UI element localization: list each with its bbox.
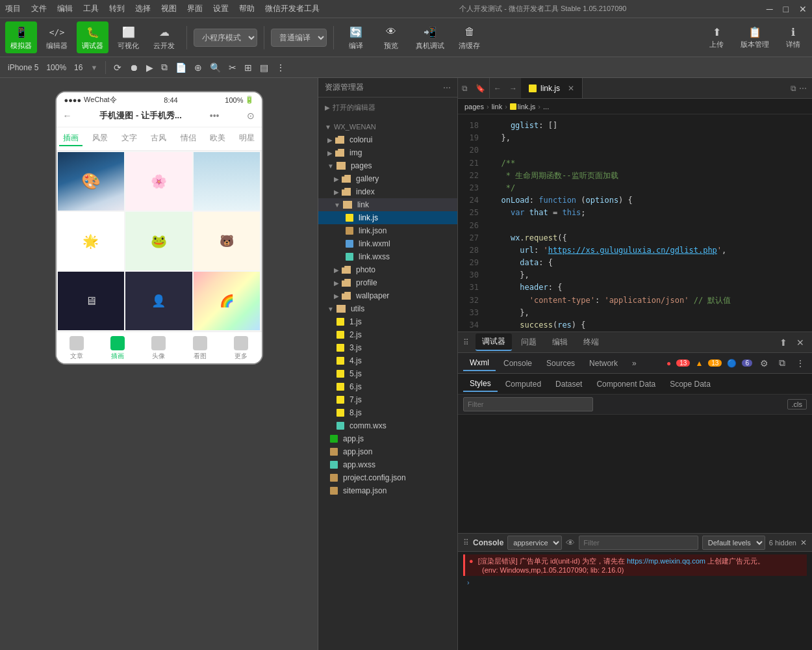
- menu-settings[interactable]: 设置: [213, 3, 229, 14]
- phone-back-icon[interactable]: ←: [63, 110, 72, 121]
- capture-btn[interactable]: ⏺: [129, 62, 138, 73]
- menu-interface[interactable]: 界面: [187, 3, 203, 14]
- filetree-photo[interactable]: ▶ photo: [318, 263, 457, 276]
- grid-item-5[interactable]: [125, 212, 192, 270]
- scissors-btn[interactable]: ✂: [229, 62, 236, 73]
- phone-more-dots[interactable]: •••: [210, 110, 220, 121]
- filetree-7js[interactable]: 7.js: [318, 393, 457, 406]
- console-prompt[interactable]: ›: [463, 577, 807, 588]
- phone-tab-scenery[interactable]: 风景: [88, 131, 112, 146]
- mode-select[interactable]: 小程序模式: [194, 29, 257, 47]
- debugger-btn[interactable]: 🐛 调试器: [77, 21, 108, 53]
- console-drag-icon[interactable]: ⠿: [463, 538, 469, 547]
- filetree-more-icon[interactable]: ⋯: [443, 83, 451, 92]
- filetree-appjson[interactable]: app.json: [318, 445, 457, 458]
- console-appservice-select[interactable]: appservice: [507, 536, 562, 550]
- filetree-link-wxss[interactable]: link.wxss: [318, 250, 457, 263]
- grid-item-9[interactable]: [194, 272, 260, 330]
- screenshot-btn[interactable]: 📄: [175, 62, 186, 73]
- menu-tool[interactable]: 工具: [83, 3, 99, 14]
- filetree-2js[interactable]: 2.js: [318, 328, 457, 341]
- grid-item-7[interactable]: [58, 272, 125, 330]
- arrange-btn[interactable]: ▤: [260, 62, 268, 73]
- menu-select[interactable]: 选择: [135, 3, 151, 14]
- phone-nav-picture[interactable]: 看图: [193, 336, 207, 361]
- phone-tab-western[interactable]: 欧美: [206, 131, 229, 146]
- filetree-project-config[interactable]: project.config.json: [318, 471, 457, 484]
- style-tab-styles[interactable]: Styles: [463, 376, 498, 392]
- editor-btn[interactable]: </> 编辑器: [41, 21, 73, 53]
- filetree-gallery[interactable]: ▶ gallery: [318, 172, 457, 185]
- menu-help[interactable]: 帮助: [239, 3, 255, 14]
- console-filter-input[interactable]: [579, 536, 698, 550]
- close-btn[interactable]: ✕: [799, 4, 807, 14]
- tab-forward-btn[interactable]: →: [505, 78, 521, 98]
- tab-back-btn[interactable]: ←: [490, 78, 505, 98]
- filetree-img[interactable]: ▶ img: [318, 146, 457, 159]
- phone-tab-illustration[interactable]: 插画: [59, 131, 82, 146]
- menu-edit[interactable]: 编辑: [57, 3, 73, 14]
- filetree-appwxss[interactable]: app.wxss: [318, 458, 457, 471]
- breadcrumb-more[interactable]: ...: [543, 103, 549, 110]
- bar-more-btn[interactable]: ⋮: [276, 62, 285, 73]
- filetree-3js[interactable]: 3.js: [318, 341, 457, 354]
- phone-camera-icon[interactable]: ⊙: [247, 110, 255, 121]
- clean-btn[interactable]: 🗑 清缓存: [453, 21, 485, 53]
- breadcrumb-link[interactable]: link: [492, 103, 503, 110]
- filetree-link[interactable]: ▼ link: [318, 198, 457, 211]
- devtools-sub-more[interactable]: »: [626, 356, 643, 370]
- filetree-appjs[interactable]: app.js: [318, 432, 457, 445]
- split-editor-icon[interactable]: ⧉: [791, 84, 796, 93]
- filetree-opened-toggle[interactable]: ▶ 打开的编辑器: [318, 100, 457, 115]
- code-content[interactable]: gglist: [] }, /** * 生命周期函数--监听页面加载 */ on…: [484, 114, 812, 332]
- preview-btn[interactable]: 👁 预览: [375, 21, 407, 53]
- phone-tab-celebrity[interactable]: 明星: [235, 131, 259, 146]
- filetree-colorui[interactable]: ▶ colorui: [318, 133, 457, 146]
- menu-goto[interactable]: 转到: [109, 3, 125, 14]
- device-model[interactable]: iPhone 5: [8, 63, 38, 72]
- compile-select[interactable]: 普通编译: [271, 29, 327, 47]
- details-btn[interactable]: ℹ 详情: [780, 23, 807, 52]
- console-error-link[interactable]: https://mp.weixin.qq.com: [627, 557, 705, 565]
- filetree-link-js[interactable]: link.js: [318, 211, 457, 224]
- phone-tab-ancient[interactable]: 古风: [147, 131, 170, 146]
- filetree-8js[interactable]: 8.js: [318, 406, 457, 419]
- devtools-tab-issues[interactable]: 问题: [514, 334, 543, 350]
- editor-more-icon[interactable]: ⋯: [799, 84, 807, 93]
- breadcrumb-pages[interactable]: pages: [464, 103, 484, 110]
- style-tab-computed[interactable]: Computed: [499, 377, 548, 391]
- tab-linkjs-close[interactable]: ✕: [568, 84, 574, 93]
- menu-view[interactable]: 视图: [161, 3, 177, 14]
- filetree-index[interactable]: ▶ index: [318, 185, 457, 198]
- filter-input[interactable]: [463, 397, 593, 411]
- console-levels-select[interactable]: Default levels: [702, 536, 765, 550]
- devtools-tab-terminal[interactable]: 终端: [577, 334, 605, 350]
- filetree-5js[interactable]: 5.js: [318, 367, 457, 380]
- grid-btn[interactable]: ⊞: [244, 62, 252, 73]
- grid-item-3[interactable]: [194, 152, 260, 211]
- filetree-6js[interactable]: 6.js: [318, 380, 457, 393]
- filetree-utils[interactable]: ▼ utils: [318, 302, 457, 315]
- editor-tab-linkjs[interactable]: link.js ✕: [521, 78, 583, 98]
- minimize-btn[interactable]: ─: [767, 4, 773, 14]
- phone-nav-avatar[interactable]: 头像: [151, 336, 166, 361]
- device-dropdown-icon[interactable]: ▼: [90, 64, 97, 72]
- search-btn[interactable]: 🔍: [210, 62, 221, 73]
- simulator-btn[interactable]: 📱 模拟器: [5, 21, 37, 53]
- play-btn[interactable]: ▶: [146, 62, 153, 73]
- version-btn[interactable]: 📋 版本管理: [734, 23, 776, 52]
- filetree-link-wxml[interactable]: link.wxml: [318, 237, 457, 250]
- compile-btn[interactable]: 🔄 编译: [340, 21, 372, 53]
- menu-file[interactable]: 文件: [31, 3, 47, 14]
- devtools-sub-more-icon[interactable]: ⋮: [794, 357, 807, 370]
- cloud-btn[interactable]: ☁ 云开发: [148, 21, 180, 53]
- visual-btn[interactable]: ⬜ 可视化: [112, 21, 144, 53]
- devtools-drag-icon[interactable]: ⠿: [463, 338, 469, 347]
- tab-panel-toggle[interactable]: ⧉: [458, 78, 472, 98]
- breadcrumb-linkjs-folder[interactable]: link.js: [510, 103, 536, 110]
- filetree-wallpaper[interactable]: ▶ wallpaper: [318, 289, 457, 302]
- filetree-1js[interactable]: 1.js: [318, 315, 457, 328]
- grid-item-1[interactable]: [58, 152, 125, 211]
- grid-item-2[interactable]: [125, 152, 192, 211]
- style-tab-scope-data[interactable]: Scope Data: [663, 377, 717, 391]
